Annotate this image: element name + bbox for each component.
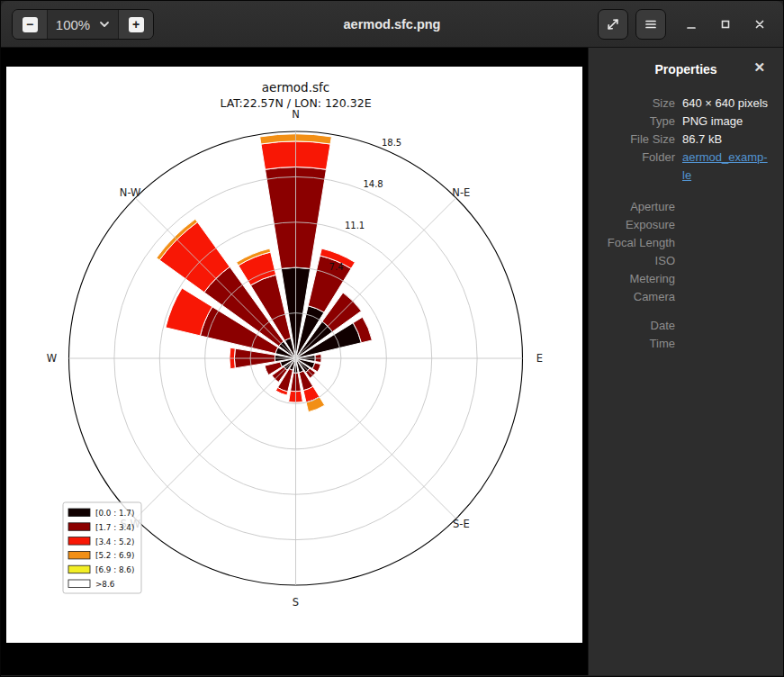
maximize-icon <box>719 18 732 31</box>
close-icon <box>753 18 766 31</box>
image-canvas: aermod.sfcLAT:22.57N / LON: 120.32E7.411… <box>1 48 588 675</box>
property-label: Aperture <box>599 198 675 216</box>
legend-item-label: [0.0 : 1.7) <box>95 509 134 518</box>
zoom-in-icon: + <box>129 17 144 32</box>
properties-close-button[interactable]: ✕ <box>753 59 765 76</box>
zoom-level-value: 100% <box>56 17 90 32</box>
property-row: Date <box>599 317 772 335</box>
legend-item-label: >8.6 <box>95 580 115 589</box>
properties-panel: Properties ✕ Size640 × 640 pixelsTypePNG… <box>588 48 783 675</box>
close-button[interactable] <box>751 9 769 40</box>
property-value: PNG image <box>682 113 743 131</box>
property-label: Folder <box>599 149 675 185</box>
minimize-button[interactable] <box>682 9 700 40</box>
property-row: Metering <box>599 270 772 288</box>
legend-swatch <box>68 509 90 517</box>
property-label: Camera <box>599 288 675 306</box>
zoom-level-dropdown[interactable]: 100% <box>47 10 119 39</box>
maximize-button[interactable] <box>716 9 734 40</box>
property-row: Exposure <box>599 216 772 234</box>
folder-link[interactable]: aermod_examp-le <box>682 150 768 182</box>
legend-item-label: [3.4 : 5.2) <box>95 537 134 546</box>
compass-label-N-W: N-W <box>120 186 141 199</box>
ring-label: 11.1 <box>345 221 365 230</box>
property-label: File Size <box>599 131 675 149</box>
property-label: ISO <box>599 252 675 270</box>
zoom-out-icon: − <box>23 17 38 32</box>
properties-header: Properties ✕ <box>599 59 772 80</box>
property-label: Metering <box>599 270 675 288</box>
menu-button[interactable] <box>635 9 666 40</box>
headerbar-right <box>598 9 769 40</box>
property-label: Exposure <box>599 216 675 234</box>
property-row: TypePNG image <box>599 113 772 131</box>
property-row: Size640 × 640 pixels <box>599 95 772 113</box>
compass-label-N-E: N-E <box>452 186 470 199</box>
legend-item-label: [6.9 : 8.6) <box>95 565 134 574</box>
windrose-plot: aermod.sfcLAT:22.57N / LON: 120.32E7.411… <box>6 67 582 643</box>
fullscreen-icon <box>606 17 620 32</box>
zoom-in-button[interactable]: + <box>119 10 153 39</box>
property-row: ISO <box>599 252 772 270</box>
legend-swatch <box>68 565 90 573</box>
legend-swatch <box>68 551 90 559</box>
property-value: 640 × 640 pixels <box>682 95 768 113</box>
compass-label-W: W <box>47 352 57 365</box>
property-row: File Size86.7 kB <box>599 131 772 149</box>
property-label: Size <box>599 95 675 113</box>
legend-swatch <box>68 537 90 546</box>
ring-label: 7.4 <box>329 262 344 272</box>
ring-label: 14.8 <box>363 179 383 189</box>
compass-label-S: S <box>293 596 299 609</box>
property-value: aermod_examp-le <box>682 149 768 185</box>
legend-swatch <box>68 580 90 588</box>
zoom-controls: − 100% + <box>12 9 154 40</box>
property-label: Focal Length <box>599 234 675 252</box>
main-content: aermod.sfcLAT:22.57N / LON: 120.32E7.411… <box>1 48 783 675</box>
chart-title: aermod.sfc <box>262 80 329 95</box>
property-label: Type <box>599 113 675 131</box>
properties-title: Properties <box>654 62 716 77</box>
property-row: Time <box>599 335 772 353</box>
image-viewer-window: − 100% + aermod.sfc.png <box>0 0 784 677</box>
properties-rows: Size640 × 640 pixelsTypePNG imageFile Si… <box>599 95 772 353</box>
legend-item-label: [1.7 : 3.4) <box>95 523 134 532</box>
hamburger-menu-icon <box>644 17 658 32</box>
viewed-image: aermod.sfcLAT:22.57N / LON: 120.32E7.411… <box>6 67 582 643</box>
headerbar: − 100% + aermod.sfc.png <box>1 1 783 48</box>
fullscreen-button[interactable] <box>598 9 628 40</box>
zoom-out-button[interactable]: − <box>13 10 47 39</box>
compass-label-E: E <box>536 352 543 365</box>
property-row: Camera <box>599 288 772 306</box>
legend-swatch <box>68 523 90 531</box>
polar-grid-spoke <box>135 358 295 519</box>
property-value: 86.7 kB <box>682 131 722 149</box>
property-row: Aperture <box>599 198 772 216</box>
minimize-icon <box>685 18 698 31</box>
property-label: Time <box>599 335 675 353</box>
ring-label: 18.5 <box>382 138 401 148</box>
legend-item-label: [5.2 : 6.9) <box>95 551 134 560</box>
compass-label-S-E: S-E <box>453 518 470 530</box>
property-label: Date <box>599 317 675 335</box>
polar-grid-spoke <box>296 358 456 519</box>
property-row: Folderaermod_examp-le <box>599 149 772 185</box>
property-row: Focal Length <box>599 234 772 252</box>
chevron-down-icon <box>99 19 110 30</box>
compass-label-N: N <box>292 108 300 121</box>
